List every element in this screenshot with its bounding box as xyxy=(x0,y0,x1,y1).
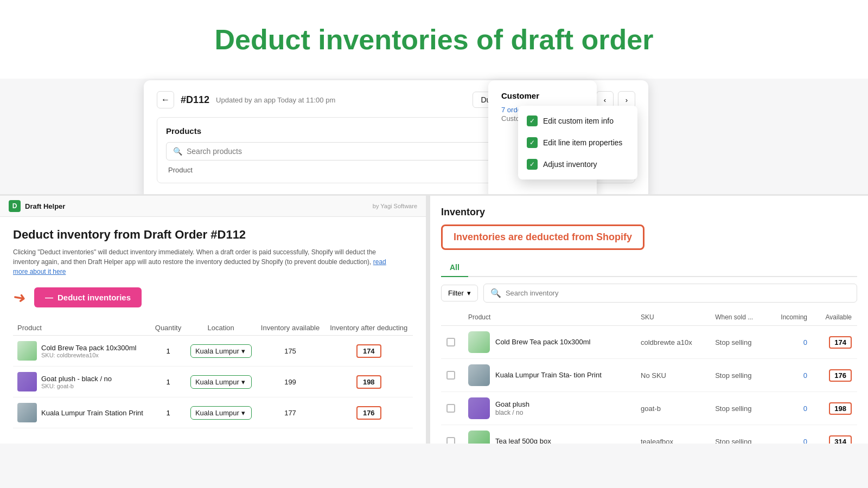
draft-inv-after-cell: 176 xyxy=(325,397,413,428)
inv-table-row: Kuala Lumpur Train Sta- tion Print No SK… xyxy=(441,359,857,392)
inv-available-value: 314 xyxy=(829,435,852,444)
menu-item-edit-line-label: Edit line item properties xyxy=(543,138,622,147)
edit-custom-icon: ✓ xyxy=(527,115,538,126)
location-label: Kuala Lumpur xyxy=(195,378,239,386)
inv-available-value: 199 xyxy=(284,378,296,386)
order-meta: Updated by an app Today at 11:00 pm xyxy=(216,96,335,104)
location-select-1[interactable]: Kuala Lumpur ▾ xyxy=(190,375,252,389)
inv-sku-value: No SKU xyxy=(641,371,666,380)
inv-table-row: Goat plush black / no goat-b Stop sellin… xyxy=(441,392,857,425)
inv-incoming-value: 0 xyxy=(803,371,807,380)
inv-when-sold-cell: Stop selling xyxy=(710,359,768,392)
inv-table-row: Cold Brew Tea pack 10x300ml coldbrewte a… xyxy=(441,326,857,359)
search-icon: 🔍 xyxy=(173,147,182,156)
deduct-btn-area: ➜ — Deduct inventories xyxy=(13,287,413,307)
inv-status-value: Stop selling xyxy=(715,438,751,444)
inv-after-value: 174 xyxy=(356,344,381,358)
draft-inv-available-cell: 177 xyxy=(256,397,325,428)
tab-all[interactable]: All xyxy=(441,259,468,277)
back-button[interactable]: ← xyxy=(157,91,174,108)
inv-checkbox-cell xyxy=(441,359,463,392)
inv-checkbox-cell xyxy=(441,392,463,425)
location-label: Kuala Lumpur xyxy=(195,409,239,417)
product-sku: SKU: goat-b xyxy=(41,383,112,389)
hero-title: Deduct inventories of draft order xyxy=(215,23,654,56)
inv-search-input[interactable] xyxy=(506,289,850,297)
inv-incoming-cell: 0 xyxy=(768,326,813,359)
inventory-table: Product SKU When sold ... Incoming Avail… xyxy=(441,309,857,444)
inv-sku-cell: No SKU xyxy=(635,359,710,392)
inv-thumb xyxy=(468,331,490,353)
inv-product-name: Cold Brew Tea pack 10x300ml xyxy=(495,338,590,347)
draft-logo: D xyxy=(9,200,21,212)
draft-inv-after-cell: 198 xyxy=(325,367,413,397)
inv-product-cell: Tea leaf 500g box xyxy=(463,425,635,444)
arrow-icon: ➜ xyxy=(11,287,27,307)
adjust-inventory-icon: ✓ xyxy=(527,159,538,170)
draft-table-row: Goat plush - black / no SKU: goat-b 1 Ku… xyxy=(13,367,413,397)
inv-checkbox-3[interactable] xyxy=(446,437,455,444)
deduct-inventories-button[interactable]: — Deduct inventories xyxy=(34,287,142,307)
draft-location-cell: Kuala Lumpur ▾ xyxy=(186,397,256,428)
draft-products-table: Product Quantity Location Inventory avai… xyxy=(13,320,413,428)
menu-item-edit-line[interactable]: ✓ Edit line item properties xyxy=(518,132,637,153)
location-chevron-icon: ▾ xyxy=(241,409,245,417)
inv-incoming-value: 0 xyxy=(803,404,807,413)
filter-label: Filter xyxy=(448,289,464,297)
inv-checkbox-0[interactable] xyxy=(446,338,455,346)
inv-when-sold-cell: Stop selling xyxy=(710,392,768,425)
location-select-0[interactable]: Kuala Lumpur ▾ xyxy=(190,344,252,358)
inv-when-sold-cell: Stop selling xyxy=(710,425,768,444)
inv-sku-value: goat-b xyxy=(641,404,661,413)
inv-available-value: 198 xyxy=(829,402,852,415)
draft-table-row: Cold Brew Tea pack 10x300ml SKU: coldbre… xyxy=(13,336,413,367)
draft-table-row: Kuala Lumpur Train Station Print 1 Kuala… xyxy=(13,397,413,428)
draft-inv-available-cell: 175 xyxy=(256,336,325,367)
inv-when-sold-cell: Stop selling xyxy=(710,326,768,359)
inv-available-value: 176 xyxy=(829,369,852,382)
draft-description: Clicking "Deduct inventories" will deduc… xyxy=(13,247,393,277)
dropdown-menu: ✓ Edit custom item info ✓ Edit line item… xyxy=(518,106,637,179)
inv-product-name: Goat plush xyxy=(495,400,529,409)
inv-available-value: 177 xyxy=(284,409,296,417)
inv-search-box: 🔍 xyxy=(483,284,857,303)
inv-thumb xyxy=(468,364,490,386)
inventory-panel: Inventory Inventories are deducted from … xyxy=(430,194,868,444)
inv-available-cell: 198 xyxy=(813,392,857,425)
th-inv-available: Available xyxy=(813,309,857,326)
th-inv-product: Product xyxy=(463,309,635,326)
inv-after-value: 176 xyxy=(356,406,381,420)
th-inv-available: Inventory available xyxy=(256,320,325,336)
inv-available-cell: 174 xyxy=(813,326,857,359)
inv-product-cell: Cold Brew Tea pack 10x300ml xyxy=(463,326,635,359)
inv-available-value: 174 xyxy=(829,336,852,349)
inv-incoming-cell: 0 xyxy=(768,425,813,444)
inv-checkbox-2[interactable] xyxy=(446,404,455,413)
customer-title: Customer xyxy=(501,91,584,100)
inv-product-name: Tea leaf 500g box xyxy=(495,437,551,444)
filter-button[interactable]: Filter ▾ xyxy=(441,285,478,301)
menu-item-edit-custom-label: Edit custom item info xyxy=(543,117,614,125)
inv-search-icon: 🔍 xyxy=(490,288,501,298)
inv-incoming-cell: 0 xyxy=(768,359,813,392)
menu-item-adjust-inventory[interactable]: ✓ Adjust inventory xyxy=(518,153,637,175)
inv-product-variant: black / no xyxy=(495,409,529,416)
inv-status-value: Stop selling xyxy=(715,404,751,413)
location-select-2[interactable]: Kuala Lumpur ▾ xyxy=(190,406,252,420)
inv-after-value: 198 xyxy=(356,375,381,389)
draft-product-cell: Kuala Lumpur Train Station Print xyxy=(13,397,150,428)
inv-sku-cell: tealeafbox xyxy=(635,425,710,444)
inv-sku-value: coldbrewte a10x xyxy=(641,338,692,346)
hero-section: Deduct inventories of draft order xyxy=(0,0,868,79)
draft-header: D Draft Helper by Yagi Software xyxy=(0,196,426,217)
inv-status-value: Stop selling xyxy=(715,371,751,380)
inv-checkbox-cell xyxy=(441,425,463,444)
menu-item-edit-custom[interactable]: ✓ Edit custom item info xyxy=(518,110,637,132)
deduct-btn-label: Deduct inventories xyxy=(58,293,131,302)
inv-available-value: 175 xyxy=(284,347,296,355)
inv-incoming-cell: 0 xyxy=(768,392,813,425)
inv-checkbox-1[interactable] xyxy=(446,371,455,380)
menu-item-adjust-inventory-label: Adjust inventory xyxy=(543,160,597,169)
draft-helper-panel: D Draft Helper by Yagi Software Deduct i… xyxy=(0,194,426,444)
inv-thumb xyxy=(468,397,490,419)
